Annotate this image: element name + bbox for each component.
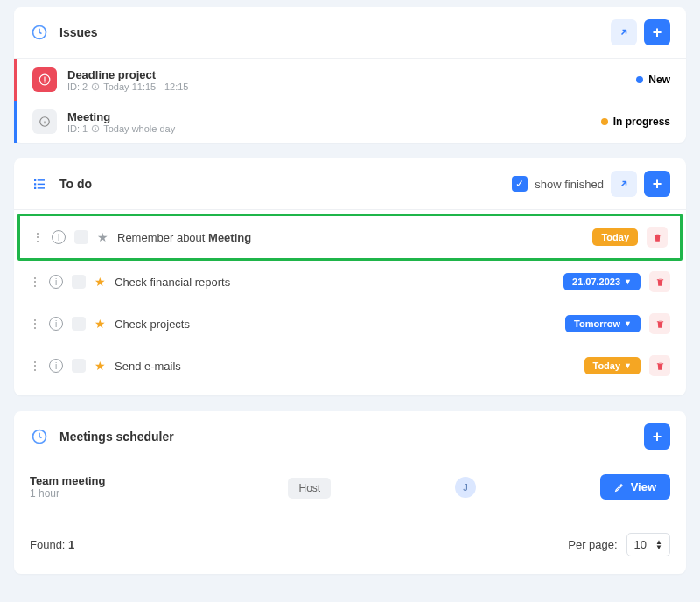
per-page-select[interactable]: 10 ▲▼: [626, 533, 670, 556]
star-icon[interactable]: ★: [94, 359, 106, 373]
todo-text: Remember about Meeting: [117, 231, 251, 244]
status-dot-icon: [601, 118, 608, 125]
show-finished-toggle[interactable]: ✓ show finished: [512, 176, 604, 192]
meetings-title: Meetings scheduler: [60, 430, 174, 444]
star-icon[interactable]: ★: [97, 230, 108, 244]
avatar[interactable]: J: [455, 477, 476, 498]
info-icon: [32, 109, 57, 134]
sort-icon: ▲▼: [655, 540, 662, 550]
svg-rect-11: [34, 187, 36, 189]
todo-row[interactable]: ⋮i★Check projectsTomorrow ▼: [14, 303, 686, 345]
svg-rect-2: [44, 77, 45, 81]
todo-header: To do ✓ show finished +: [14, 158, 686, 210]
todo-checkbox[interactable]: [74, 230, 88, 244]
svg-rect-3: [44, 81, 45, 82]
meeting-row: Team meeting 1 hour Host J View: [14, 462, 686, 512]
meetings-footer: Found: 1 Per page: 10 ▲▼: [14, 512, 686, 574]
issue-row[interactable]: Deadline project ID: 2 Today 11:15 - 12:…: [14, 59, 686, 101]
issue-title: Deadline project: [67, 68, 188, 81]
todo-title: To do: [60, 177, 92, 191]
todo-text: Check projects: [115, 318, 190, 331]
todo-row[interactable]: ⋮i★Remember about MeetingToday: [18, 214, 682, 261]
issue-title: Meeting: [67, 110, 175, 123]
delete-button[interactable]: [649, 271, 670, 292]
delete-button[interactable]: [649, 313, 670, 334]
status-dot-icon: [636, 76, 643, 83]
info-icon[interactable]: i: [52, 230, 66, 244]
todo-row[interactable]: ⋮i★Send e-mailsToday ▼: [14, 345, 686, 387]
svg-rect-9: [34, 183, 36, 185]
check-icon: ✓: [512, 176, 528, 192]
meetings-card: Meetings scheduler + Team meeting 1 hour…: [14, 411, 686, 574]
due-badge[interactable]: Tomorrow ▼: [565, 315, 640, 332]
per-page-label: Per page:: [568, 538, 617, 551]
issue-status: In progress: [601, 116, 670, 128]
drag-handle-icon[interactable]: ⋮: [30, 276, 40, 288]
todo-card: To do ✓ show finished + ⋮i★Remember abou…: [14, 158, 686, 396]
issue-status: New: [636, 74, 670, 86]
svg-rect-7: [34, 179, 36, 181]
view-button[interactable]: View: [600, 474, 670, 500]
host-badge: Host: [288, 478, 331, 499]
info-icon[interactable]: i: [49, 317, 63, 331]
todo-checkbox[interactable]: [72, 275, 86, 289]
alert-icon: [32, 67, 57, 92]
delete-button[interactable]: [647, 227, 668, 248]
todo-checkbox[interactable]: [72, 317, 86, 331]
issues-header: Issues +: [14, 7, 686, 59]
svg-rect-10: [38, 184, 45, 186]
issue-row[interactable]: Meeting ID: 1 Today whole day In progres…: [14, 101, 686, 143]
pencil-icon: [614, 481, 626, 493]
chevron-down-icon: ▼: [624, 319, 632, 328]
delete-button[interactable]: [649, 355, 670, 376]
found-label: Found: 1: [30, 538, 74, 551]
meeting-duration: 1 hour: [30, 487, 277, 500]
todo-text: Send e-mails: [115, 360, 181, 373]
due-badge[interactable]: Today ▼: [584, 357, 641, 374]
issues-title: Issues: [60, 25, 98, 39]
list-icon: [30, 174, 49, 193]
drag-handle-icon[interactable]: ⋮: [32, 231, 43, 243]
todo-add-button[interactable]: +: [644, 171, 670, 197]
chevron-down-icon: ▼: [624, 361, 632, 370]
meetings-header: Meetings scheduler +: [14, 411, 686, 462]
clock-mini-icon: [91, 124, 100, 133]
star-icon[interactable]: ★: [94, 317, 106, 331]
issues-card: Issues + Deadline project ID: 2: [14, 7, 686, 143]
todo-row[interactable]: ⋮i★Check financial reports21.07.2023 ▼: [14, 261, 686, 303]
todo-expand-button[interactable]: [611, 171, 637, 197]
drag-handle-icon[interactable]: ⋮: [30, 318, 40, 330]
star-icon[interactable]: ★: [94, 275, 106, 289]
svg-rect-8: [38, 179, 45, 181]
todo-text: Check financial reports: [115, 276, 230, 289]
todo-checkbox[interactable]: [72, 359, 86, 373]
clock-icon: [30, 23, 49, 42]
info-icon[interactable]: i: [49, 359, 63, 373]
chevron-down-icon: ▼: [624, 277, 632, 286]
meeting-title: Team meeting: [30, 474, 277, 487]
drag-handle-icon[interactable]: ⋮: [30, 360, 40, 372]
due-badge[interactable]: 21.07.2023 ▼: [564, 273, 640, 290]
issue-meta: ID: 2 Today 11:15 - 12:15: [67, 81, 188, 92]
clock-icon: [30, 427, 49, 446]
issues-add-button[interactable]: +: [644, 19, 670, 46]
meetings-add-button[interactable]: +: [644, 424, 670, 450]
issue-meta: ID: 1 Today whole day: [67, 123, 175, 134]
due-badge[interactable]: Today: [592, 228, 638, 246]
issues-expand-button[interactable]: [611, 19, 637, 46]
svg-rect-12: [38, 187, 45, 189]
clock-mini-icon: [91, 82, 100, 91]
info-icon[interactable]: i: [49, 275, 63, 289]
